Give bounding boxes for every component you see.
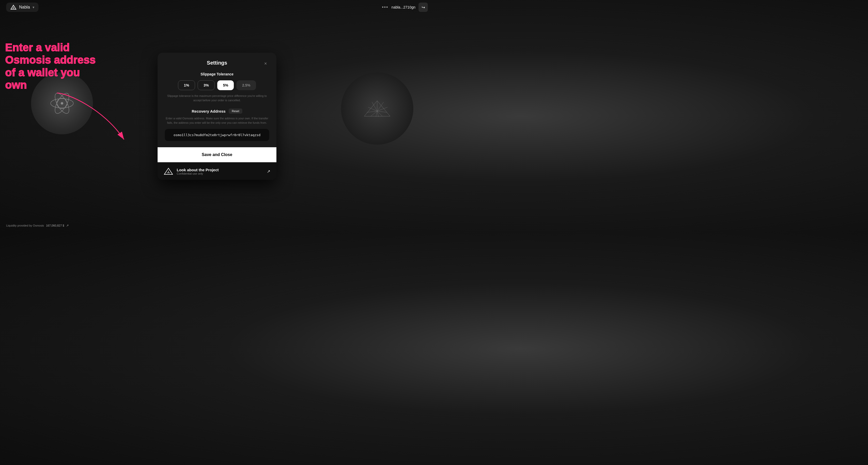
save-close-button[interactable]: Save and Close [158,147,276,162]
external-link-icon: ↗ [267,169,270,174]
modal-content: Settings × Slippage Tolerance 1% 3% 5% 2… [158,53,276,147]
reset-button[interactable]: Reset [228,108,242,114]
look-about-left: Look about the Project Confidential use … [164,167,219,175]
look-about-subtitle: Confidential use only [177,172,219,175]
slippage-section: Slippage Tolerance 1% 3% 5% 2.5% Slippag… [165,72,269,102]
modal-close-button[interactable]: × [262,60,269,67]
modal-header: Settings × [165,60,269,66]
slippage-1-button[interactable]: 1% [178,80,195,90]
recovery-section: Recovery Address Reset Enter a valid Osm… [165,108,269,141]
slippage-buttons-group: 1% 3% 5% 2.5% [165,80,269,90]
slippage-3-button[interactable]: 3% [197,80,215,90]
recovery-description: Enter a valid Osmosis address. Make sure… [165,116,269,125]
modal-overlay: Settings × Slippage Tolerance 1% 3% 5% 2… [0,0,434,232]
recovery-title: Recovery Address [192,109,225,114]
look-about-title: Look about the Project [177,168,219,172]
slippage-description: Slippage tolerance is the maximum percen… [165,94,269,102]
slippage-5-button[interactable]: 5% [217,80,234,90]
recovery-header: Recovery Address Reset [165,108,269,114]
look-logo-icon [164,167,173,175]
slippage-title: Slippage Tolerance [165,72,269,76]
look-text-block: Look about the Project Confidential use … [177,168,219,175]
look-about-section[interactable]: Look about the Project Confidential use … [158,163,276,180]
recovery-address-input[interactable] [165,129,269,141]
modal-title: Settings [207,60,227,66]
settings-modal: Settings × Slippage Tolerance 1% 3% 5% 2… [158,53,276,180]
slippage-custom-button[interactable]: 2.5% [237,80,256,90]
